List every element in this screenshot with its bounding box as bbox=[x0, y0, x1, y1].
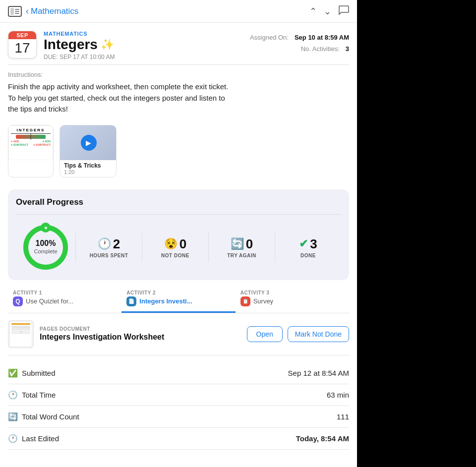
video-thumbnail: ▶ bbox=[60, 125, 117, 160]
assigned-on-label: Assigned On: bbox=[250, 34, 289, 41]
calendar-month: SEP bbox=[8, 31, 36, 39]
poster-attachment[interactable]: INTEGERS ● ADD ● ADD ● SUBTRACT ● SUBTRA… bbox=[8, 125, 54, 177]
video-attachment[interactable]: ▶ Tips & Tricks 1:20 bbox=[60, 125, 117, 177]
top-nav: ‹ Mathematics ⌃ ⌄ bbox=[0, 0, 357, 23]
stat-hours-label: HOURS SPENT bbox=[90, 253, 128, 258]
tab-1-name: Use Quizlet for... bbox=[26, 297, 73, 305]
right-panel bbox=[357, 0, 476, 467]
document-row: ⊞ PAGES DOCUMENT Integers Investigation … bbox=[8, 320, 349, 355]
tab-1-content: Q Use Quizlet for... bbox=[13, 296, 117, 306]
chevron-down-button[interactable]: ⌄ bbox=[324, 6, 331, 17]
assigned-on-value: Sep 10 at 8:59 AM bbox=[295, 34, 349, 41]
chevron-left-icon: ‹ bbox=[26, 6, 29, 16]
assignment-meta: Assigned On: Sep 10 at 8:59 AM No. Activ… bbox=[250, 31, 349, 53]
last-edited-icon: 🕐 bbox=[8, 434, 18, 443]
submitted-row: ✅ Submitted Sep 12 at 8:54 AM bbox=[8, 362, 349, 384]
top-nav-left: ‹ Mathematics bbox=[8, 6, 78, 17]
word-count-left: 🔄 Total Word Count bbox=[8, 412, 79, 421]
stat-done-value-row: ✔ 3 bbox=[299, 236, 317, 252]
stat-done-value: 3 bbox=[310, 236, 317, 252]
svg-point-5 bbox=[26, 228, 65, 267]
no-activities-label: No. Activities: bbox=[301, 45, 340, 53]
tab-activity-3[interactable]: ACTIVITY 3 📋 Survey bbox=[236, 286, 349, 313]
svg-rect-1 bbox=[15, 9, 19, 10]
video-title: Tips & Tricks bbox=[64, 162, 112, 169]
doc-actions: Open Mark Not Done bbox=[247, 326, 349, 342]
total-time-label: Total Time bbox=[22, 391, 56, 399]
stat-notdone-value-row: 😵 0 bbox=[164, 236, 186, 252]
stat-notdone-value: 0 bbox=[179, 236, 186, 252]
not-done-icon: 😵 bbox=[164, 237, 178, 250]
chevron-up-button[interactable]: ⌃ bbox=[309, 6, 317, 17]
time-clock-icon: 🕐 bbox=[8, 390, 18, 400]
no-activities-value: 3 bbox=[346, 45, 349, 53]
activity-tabs: ACTIVITY 1 Q Use Quizlet for... ACTIVITY… bbox=[8, 286, 349, 313]
total-time-value: 63 min bbox=[327, 391, 349, 399]
assigned-on-row: Assigned On: Sep 10 at 8:59 AM bbox=[250, 34, 349, 41]
tab-2-num: ACTIVITY 2 bbox=[126, 290, 230, 295]
last-edited-left: 🕐 Last Edited bbox=[8, 434, 59, 443]
no-activities-row: No. Activities: 3 bbox=[301, 45, 349, 53]
due-date: DUE: SEP 17 AT 10:00 AM bbox=[44, 54, 243, 60]
word-count-value: 111 bbox=[337, 412, 349, 421]
tab-activity-1[interactable]: ACTIVITY 1 Q Use Quizlet for... bbox=[8, 286, 121, 313]
doc-thumbnail: ⊞ bbox=[8, 320, 34, 348]
stat-tryagain-label: TRY AGAIN bbox=[227, 253, 256, 258]
doc-title: Integers Investigation Worksheet bbox=[40, 333, 241, 342]
last-edited-value: Today, 8:54 AM bbox=[296, 434, 349, 443]
instructions-text: Finish the app activity and worksheet, t… bbox=[8, 81, 349, 115]
tab-2-icon: 📄 bbox=[126, 296, 136, 306]
svg-rect-3 bbox=[15, 13, 19, 14]
stat-done-label: DONE bbox=[300, 253, 316, 258]
stat-not-done: 😵 0 NOT DONE bbox=[142, 233, 208, 262]
progress-title: Overall Progress bbox=[16, 197, 341, 207]
submitted-left: ✅ Submitted bbox=[8, 368, 56, 378]
word-count-icon: 🔄 bbox=[8, 412, 18, 421]
total-time-row: 🕐 Total Time 63 min bbox=[8, 384, 349, 406]
main-panel: ‹ Mathematics ⌃ ⌄ SEP 17 MATHEMATICS Int… bbox=[0, 0, 357, 467]
stat-hours-value-row: 🕐 2 bbox=[98, 236, 120, 252]
attachments-section: INTEGERS ● ADD ● ADD ● SUBTRACT ● SUBTRA… bbox=[0, 121, 357, 185]
tab-activity-2[interactable]: ACTIVITY 2 📄 Integers Investi... bbox=[121, 286, 235, 313]
total-time-left: 🕐 Total Time bbox=[8, 390, 56, 400]
last-edited-label: Last Edited bbox=[22, 434, 59, 443]
submitted-value: Sep 12 at 8:54 AM bbox=[288, 369, 349, 377]
calendar-badge: SEP 17 bbox=[8, 31, 37, 58]
progress-divider bbox=[16, 214, 341, 215]
try-again-icon: 🔄 bbox=[231, 237, 244, 250]
tab-3-content: 📋 Survey bbox=[240, 296, 344, 306]
instructions-section: Instructions: Finish the app activity an… bbox=[0, 65, 357, 121]
poster-image: INTEGERS ● ADD ● ADD ● SUBTRACT ● SUBTRA… bbox=[9, 126, 53, 160]
check-icon: ✅ bbox=[8, 368, 18, 378]
subject-label: MATHEMATICS bbox=[44, 31, 243, 37]
sidebar-toggle-button[interactable] bbox=[8, 6, 22, 17]
calendar-day: 17 bbox=[8, 39, 36, 58]
activity-detail: ⊞ PAGES DOCUMENT Integers Investigation … bbox=[0, 313, 357, 457]
last-edited-row: 🕐 Last Edited Today, 8:54 AM bbox=[8, 428, 349, 450]
top-nav-right: ⌃ ⌄ bbox=[309, 5, 349, 17]
activity-tabs-section: ACTIVITY 1 Q Use Quizlet for... ACTIVITY… bbox=[8, 286, 349, 313]
stat-try-again: 🔄 0 TRY AGAIN bbox=[208, 233, 275, 262]
stat-tryagain-value: 0 bbox=[246, 236, 253, 252]
assignment-title: Integers ✨ bbox=[44, 37, 243, 53]
back-button[interactable]: ‹ Mathematics bbox=[26, 6, 78, 16]
tab-1-num: ACTIVITY 1 bbox=[13, 290, 117, 295]
assignment-title-text: Integers bbox=[44, 37, 98, 53]
mark-not-done-button[interactable]: Mark Not Done bbox=[288, 326, 349, 342]
tab-2-name: Integers Investi... bbox=[139, 297, 192, 305]
assignment-header: SEP 17 MATHEMATICS Integers ✨ DUE: SEP 1… bbox=[0, 23, 357, 64]
svg-text:Complete: Complete bbox=[34, 248, 57, 254]
instructions-label: Instructions: bbox=[8, 71, 349, 78]
open-button[interactable]: Open bbox=[247, 326, 283, 342]
video-info: Tips & Tricks 1:20 bbox=[60, 160, 116, 177]
progress-stats: ★ 100% Complete 🕐 2 HOURS SPENT 😵 0 bbox=[16, 223, 341, 272]
doc-type: PAGES DOCUMENT bbox=[40, 326, 241, 332]
poster-thumbnail: INTEGERS ● ADD ● ADD ● SUBTRACT ● SUBTRA… bbox=[8, 125, 53, 160]
svg-text:100%: 100% bbox=[36, 239, 56, 247]
svg-text:★: ★ bbox=[44, 225, 48, 231]
svg-rect-2 bbox=[15, 11, 19, 12]
submitted-label: Submitted bbox=[22, 369, 56, 377]
back-label: Mathematics bbox=[31, 6, 78, 16]
stat-hours-value: 2 bbox=[113, 236, 120, 252]
comment-button[interactable] bbox=[338, 5, 349, 17]
